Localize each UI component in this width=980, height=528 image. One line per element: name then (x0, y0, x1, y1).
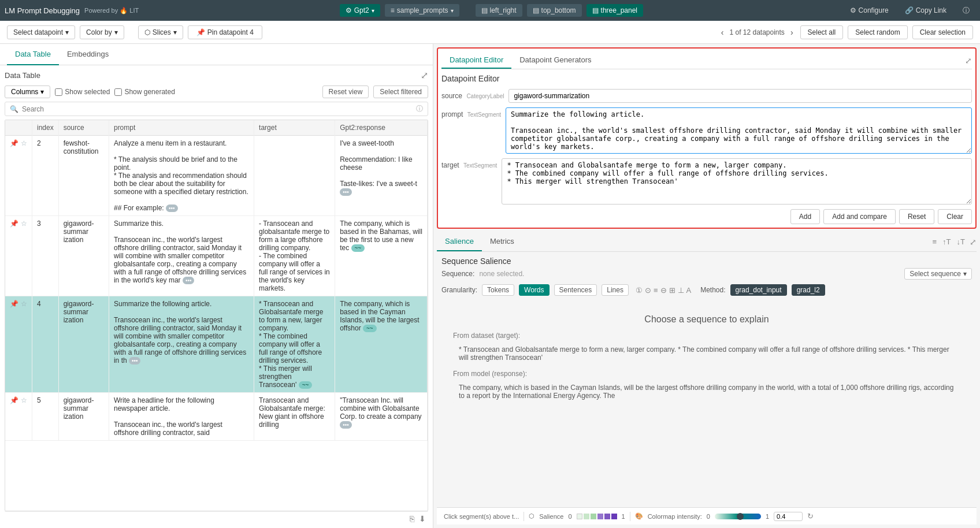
table-row[interactable]: 📌 ☆ 2 fewshot-constitution Analyze a men… (5, 136, 428, 216)
prompt-textarea[interactable]: Summarize the following article. Transoc… (506, 107, 972, 154)
gran-bar-icon[interactable]: ≡ (654, 286, 658, 295)
dataset-tab-left-right[interactable]: ▤ left_right (476, 4, 522, 17)
prompt-overflow-btn-4[interactable]: ••• (129, 357, 141, 365)
dataset-three-panel-icon: ▤ (592, 6, 599, 14)
expand-editor-button[interactable]: ⤢ (965, 52, 972, 69)
slices-button[interactable]: ⬡ Slices ▾ (138, 25, 183, 39)
data-table-section: Data Table ⤢ Columns ▾ Show selected Sho… (0, 65, 433, 528)
model-response-label: From model (response): (453, 370, 527, 378)
th-index[interactable]: index (32, 120, 59, 136)
dataset-tab-three-panel[interactable]: ▤ three_panel (586, 4, 643, 17)
tab-datapoint-generators[interactable]: Datapoint Generators (511, 52, 599, 69)
search-input[interactable] (22, 105, 413, 113)
salience-tabs: Salience Metrics ≡ ↑T ↓T ⤢ (437, 232, 977, 252)
gran-split-icon[interactable]: ⊥ (678, 286, 684, 295)
gran-num-icon[interactable]: ① (636, 286, 643, 295)
salience-content: Sequence Salience Sequence: none selecte… (437, 252, 977, 507)
select-all-button[interactable]: Select all (800, 25, 844, 39)
copy-link-button[interactable]: 🔗 Copy Link (899, 4, 952, 17)
pin-icon: 📌 (196, 28, 205, 36)
th-target[interactable]: target (254, 120, 335, 136)
sample-prompts-label: sample_prompts (397, 6, 448, 14)
gran-tokens-button[interactable]: Tokens (482, 284, 514, 296)
response-overflow-btn[interactable]: ••• (340, 188, 352, 196)
show-selected-label[interactable]: Show selected (55, 88, 110, 96)
intensity-input[interactable] (774, 512, 803, 521)
th-source[interactable]: source (58, 120, 109, 136)
copy-table-button[interactable]: ⎘ (410, 514, 414, 523)
reset-button[interactable]: Reset (899, 209, 934, 224)
gran-grid-icon[interactable]: ⊞ (669, 286, 675, 295)
star-row-icon[interactable]: ☆ (21, 139, 27, 147)
expand-salience-button[interactable]: ⤢ (970, 237, 977, 247)
dataset-target-text[interactable]: * Transocean and Globalsantafe merge to … (453, 342, 960, 365)
cell-target: Transocean and Globalsantafe merge: New … (254, 393, 335, 441)
tab-datapoint-editor[interactable]: Datapoint Editor (441, 52, 511, 69)
help-button[interactable]: ⓘ (957, 3, 975, 18)
response-overflow-btn-5[interactable]: ••• (340, 421, 352, 429)
target-textarea[interactable]: * Transocean and Globalsantafe merge to … (502, 158, 972, 204)
select-sequence-button[interactable]: Select sequence ▾ (904, 268, 972, 280)
add-compare-button[interactable]: Add and compare (823, 209, 896, 224)
select-filtered-button[interactable]: Select filtered (373, 85, 428, 98)
method-grad-dot-button[interactable]: grad_dot_input (730, 284, 787, 296)
salience-section: Salience Metrics ≡ ↑T ↓T ⤢ Sequence Sali… (437, 232, 977, 525)
prompt-overflow-btn[interactable]: ••• (166, 204, 178, 212)
model-response-text[interactable]: The company, which is based in the Cayma… (453, 380, 960, 403)
pin-row-icon[interactable]: 📌 (10, 139, 18, 147)
pin-row-icon[interactable]: 📌 (10, 396, 18, 404)
help-circle-icon: ⓘ (416, 104, 423, 114)
refresh-icon-btn[interactable]: ↻ (807, 512, 814, 520)
source-input[interactable] (508, 89, 972, 103)
sort-desc-icon-btn[interactable]: ↓T (956, 236, 966, 247)
gran-lines-button[interactable]: Lines (602, 284, 629, 296)
show-generated-checkbox[interactable] (114, 88, 122, 96)
model-tab-sample-prompts[interactable]: ≡ sample_prompts ▾ (385, 4, 459, 17)
sort-icon-btn[interactable]: ≡ (931, 236, 938, 247)
tab-metrics[interactable]: Metrics (482, 232, 522, 251)
tab-salience[interactable]: Salience (437, 232, 482, 251)
show-selected-checkbox[interactable] (55, 88, 62, 96)
gran-text-icon[interactable]: A (686, 286, 692, 295)
left-tabs-bar: Data Table Embeddings (0, 44, 433, 65)
prompt-overflow-btn-3[interactable]: ••• (183, 277, 195, 284)
pin-datapoint-button[interactable]: 📌 Pin datapoint 4 (188, 25, 262, 39)
pin-row-icon[interactable]: 📌 (10, 220, 18, 228)
star-row-icon[interactable]: ☆ (21, 396, 27, 404)
select-random-button[interactable]: Select random (848, 25, 907, 39)
pin-row-icon[interactable]: 📌 (10, 300, 18, 308)
model-tab-gpt2[interactable]: ⚙ Gpt2 ▾ (340, 4, 380, 17)
th-prompt[interactable]: prompt (109, 120, 254, 136)
add-button[interactable]: Add (790, 209, 820, 224)
row-actions: 📌 ☆ (5, 296, 32, 393)
gran-dot-icon[interactable]: ⊙ (645, 286, 651, 295)
prev-page-button[interactable]: ‹ (719, 28, 726, 37)
next-page-button[interactable]: › (788, 28, 796, 37)
color-by-button[interactable]: Color by ▾ (80, 25, 124, 39)
gran-minus-icon[interactable]: ⊖ (660, 286, 667, 295)
colormap-thumb[interactable] (737, 513, 744, 520)
select-datapoint-button[interactable]: Select datapoint ▾ (7, 25, 75, 39)
table-row[interactable]: 📌 ☆ 3 gigaword-summar ization Summarize … (5, 216, 428, 296)
clear-button[interactable]: Clear (938, 209, 972, 224)
reset-view-button[interactable]: Reset view (322, 85, 369, 98)
star-row-icon[interactable]: ☆ (21, 220, 27, 228)
tab-data-table[interactable]: Data Table (7, 44, 59, 65)
tab-embeddings[interactable]: Embeddings (59, 44, 117, 65)
method-grad-l2-button[interactable]: grad_l2 (792, 284, 825, 296)
download-table-button[interactable]: ⬇ (419, 514, 426, 523)
th-icons (5, 120, 32, 136)
dataset-tab-top-bottom[interactable]: ▤ top_bottom (527, 4, 582, 17)
show-generated-label[interactable]: Show generated (114, 88, 175, 96)
expand-table-button[interactable]: ⤢ (421, 70, 428, 81)
clear-selection-button[interactable]: Clear selection (912, 25, 973, 39)
sort-asc-icon-btn[interactable]: ↑T (941, 236, 952, 247)
star-row-icon[interactable]: ☆ (21, 300, 27, 308)
th-response[interactable]: Gpt2:response (335, 120, 428, 136)
table-row-selected[interactable]: 📌 ☆ 4 gigaword-summar ization Summarize … (5, 296, 428, 393)
columns-button[interactable]: Columns ▾ (5, 85, 50, 98)
table-row[interactable]: 📌 ☆ 5 gigaword-summar ization Write a he… (5, 393, 428, 441)
gran-words-button[interactable]: Words (519, 284, 549, 296)
gran-sentences-button[interactable]: Sentences (554, 284, 597, 296)
configure-button[interactable]: ⚙ Configure (844, 4, 894, 17)
